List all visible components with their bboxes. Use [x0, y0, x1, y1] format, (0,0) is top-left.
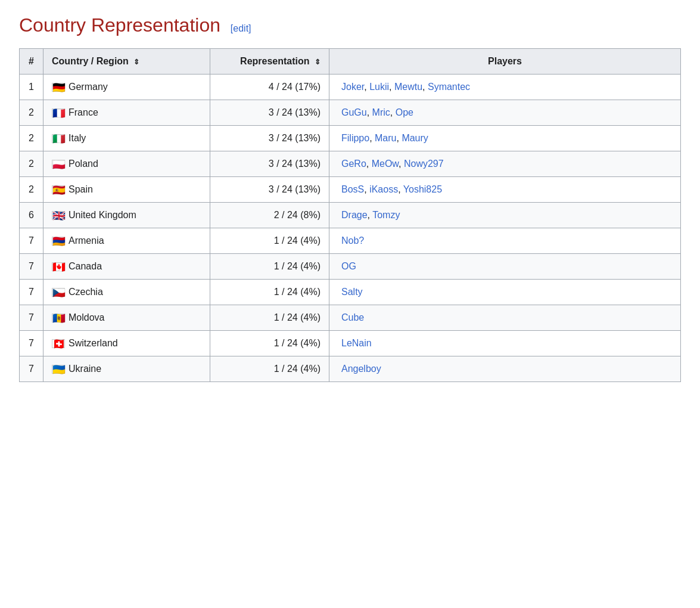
col-header-num: # [20, 49, 43, 75]
cell-players: Filippo, Maru, Maury [329, 126, 681, 151]
player-link[interactable]: Cube [341, 312, 364, 322]
flag-icon: 🇪🇸 [52, 185, 65, 194]
table-row: 7🇲🇩Moldova1 / 24 (4%)Cube [20, 305, 681, 331]
edit-link[interactable]: [edit] [231, 23, 251, 33]
flag-icon: 🇵🇱 [52, 160, 65, 169]
cell-representation: 4 / 24 (17%) [210, 75, 329, 100]
cell-players: Nob? [329, 228, 681, 254]
player-link[interactable]: Symantec [428, 82, 470, 92]
cell-country: 🇨🇭Switzerland [43, 331, 210, 356]
cell-country: 🇪🇸Spain [43, 177, 210, 203]
player-link[interactable]: Nowy297 [404, 159, 444, 169]
cell-representation: 1 / 24 (4%) [210, 305, 329, 331]
table-row: 7🇨🇿Czechia1 / 24 (4%)Salty [20, 280, 681, 305]
table-row: 2🇫🇷France3 / 24 (13%)GuGu, Mric, Ope [20, 100, 681, 126]
table-row: 6🇬🇧United Kingdom2 / 24 (8%)Drage, Tomzy [20, 203, 681, 228]
cell-players: OG [329, 254, 681, 280]
sort-icon-country: ⇕ [133, 58, 139, 66]
col-header-representation[interactable]: Representation ⇕ [210, 49, 329, 75]
player-link[interactable]: Lukii [369, 82, 389, 92]
flag-icon: 🇲🇩 [52, 314, 65, 322]
flag-icon: 🇺🇦 [52, 365, 65, 374]
table-row: 2🇪🇸Spain3 / 24 (13%)BosS, iKaoss, Yoshi8… [20, 177, 681, 203]
table-header-row: # Country / Region ⇕ Representation ⇕ Pl… [20, 49, 681, 75]
cell-country: 🇩🇪Germany [43, 75, 210, 100]
player-link[interactable]: BosS [341, 184, 364, 194]
cell-representation: 3 / 24 (13%) [210, 177, 329, 203]
cell-rank: 6 [20, 203, 43, 228]
player-link[interactable]: Nob? [341, 235, 364, 246]
cell-players: BosS, iKaoss, Yoshi825 [329, 177, 681, 203]
table-row: 1🇩🇪Germany4 / 24 (17%)Joker, Lukii, Mewt… [20, 75, 681, 100]
cell-country: 🇮🇹Italy [43, 126, 210, 151]
table-row: 7🇺🇦Ukraine1 / 24 (4%)Angelboy [20, 356, 681, 382]
flag-icon: 🇮🇹 [52, 134, 65, 143]
flag-icon: 🇫🇷 [52, 108, 65, 117]
player-link[interactable]: Maury [402, 133, 428, 143]
col-header-country[interactable]: Country / Region ⇕ [43, 49, 210, 75]
cell-representation: 1 / 24 (4%) [210, 228, 329, 254]
cell-rank: 2 [20, 100, 43, 126]
cell-rank: 7 [20, 305, 43, 331]
flag-icon: 🇩🇪 [52, 83, 65, 92]
table-row: 7🇨🇭Switzerland1 / 24 (4%)LeNain [20, 331, 681, 356]
cell-players: Cube [329, 305, 681, 331]
cell-rank: 2 [20, 177, 43, 203]
cell-rank: 7 [20, 356, 43, 382]
cell-representation: 3 / 24 (13%) [210, 100, 329, 126]
cell-representation: 2 / 24 (8%) [210, 203, 329, 228]
cell-country: 🇵🇱Poland [43, 151, 210, 177]
cell-players: GeRo, MeOw, Nowy297 [329, 151, 681, 177]
player-link[interactable]: Mewtu [394, 82, 422, 92]
cell-players: Drage, Tomzy [329, 203, 681, 228]
page-title: Country Representation [edit] [19, 14, 681, 36]
cell-rank: 1 [20, 75, 43, 100]
cell-rank: 7 [20, 254, 43, 280]
cell-country: 🇲🇩Moldova [43, 305, 210, 331]
flag-icon: 🇦🇲 [52, 237, 65, 246]
cell-players: GuGu, Mric, Ope [329, 100, 681, 126]
country-representation-table: # Country / Region ⇕ Representation ⇕ Pl… [19, 48, 681, 382]
flag-icon: 🇬🇧 [52, 211, 65, 220]
cell-country: 🇫🇷France [43, 100, 210, 126]
cell-rank: 7 [20, 280, 43, 305]
player-link[interactable]: OG [341, 261, 356, 271]
player-link[interactable]: Joker [341, 82, 364, 92]
cell-rank: 7 [20, 228, 43, 254]
player-link[interactable]: Yoshi825 [403, 184, 442, 194]
cell-representation: 1 / 24 (4%) [210, 254, 329, 280]
player-link[interactable]: Filippo [341, 133, 369, 143]
player-link[interactable]: GeRo [341, 159, 366, 169]
player-link[interactable]: Angelboy [341, 364, 381, 374]
flag-icon: 🇨🇭 [52, 339, 65, 348]
sort-icon-rep: ⇕ [315, 58, 321, 66]
table-row: 2🇮🇹Italy3 / 24 (13%)Filippo, Maru, Maury [20, 126, 681, 151]
cell-representation: 3 / 24 (13%) [210, 151, 329, 177]
table-row: 2🇵🇱Poland3 / 24 (13%)GeRo, MeOw, Nowy297 [20, 151, 681, 177]
player-link[interactable]: iKaoss [369, 184, 398, 194]
player-link[interactable]: Ope [396, 107, 413, 117]
player-link[interactable]: Mric [372, 107, 390, 117]
player-link[interactable]: Salty [341, 287, 363, 297]
player-link[interactable]: GuGu [341, 107, 367, 117]
player-link[interactable]: MeOw [372, 159, 399, 169]
cell-country: 🇨🇿Czechia [43, 280, 210, 305]
cell-representation: 1 / 24 (4%) [210, 280, 329, 305]
cell-representation: 1 / 24 (4%) [210, 356, 329, 382]
table-row: 7🇦🇲Armenia1 / 24 (4%)Nob? [20, 228, 681, 254]
cell-rank: 2 [20, 151, 43, 177]
player-link[interactable]: Drage [341, 210, 368, 220]
player-link[interactable]: LeNain [341, 338, 372, 348]
flag-icon: 🇨🇦 [52, 262, 65, 271]
cell-players: Salty [329, 280, 681, 305]
player-link[interactable]: Tomzy [372, 210, 400, 220]
cell-country: 🇬🇧United Kingdom [43, 203, 210, 228]
cell-representation: 1 / 24 (4%) [210, 331, 329, 356]
cell-rank: 7 [20, 331, 43, 356]
player-link[interactable]: Maru [375, 133, 396, 143]
cell-representation: 3 / 24 (13%) [210, 126, 329, 151]
cell-players: LeNain [329, 331, 681, 356]
cell-players: Joker, Lukii, Mewtu, Symantec [329, 75, 681, 100]
cell-rank: 2 [20, 126, 43, 151]
table-row: 7🇨🇦Canada1 / 24 (4%)OG [20, 254, 681, 280]
